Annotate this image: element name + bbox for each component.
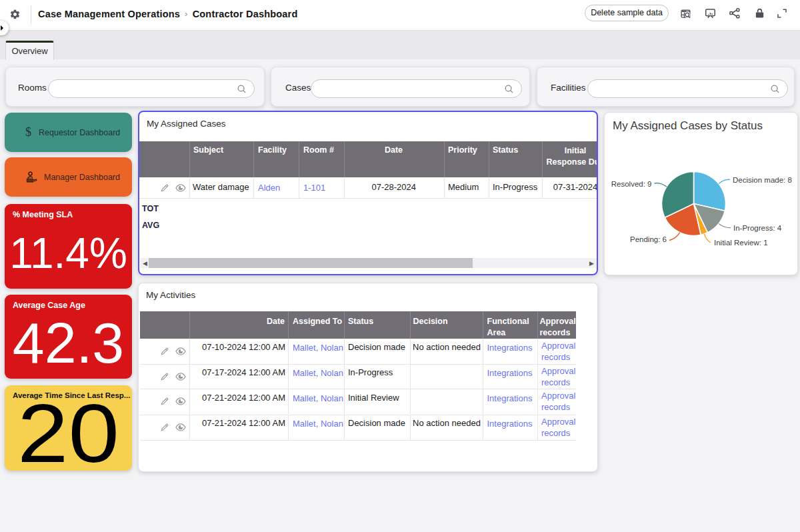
svg-text:Pending: 6: Pending: 6 <box>630 235 667 243</box>
svg-text:Initial Review: 1: Initial Review: 1 <box>714 239 768 247</box>
svg-text:In-Progress: 4: In-Progress: 4 <box>733 224 782 232</box>
svg-text:Decision made: 8: Decision made: 8 <box>733 176 792 184</box>
svg-text:Resolved: 9: Resolved: 9 <box>611 180 652 188</box>
